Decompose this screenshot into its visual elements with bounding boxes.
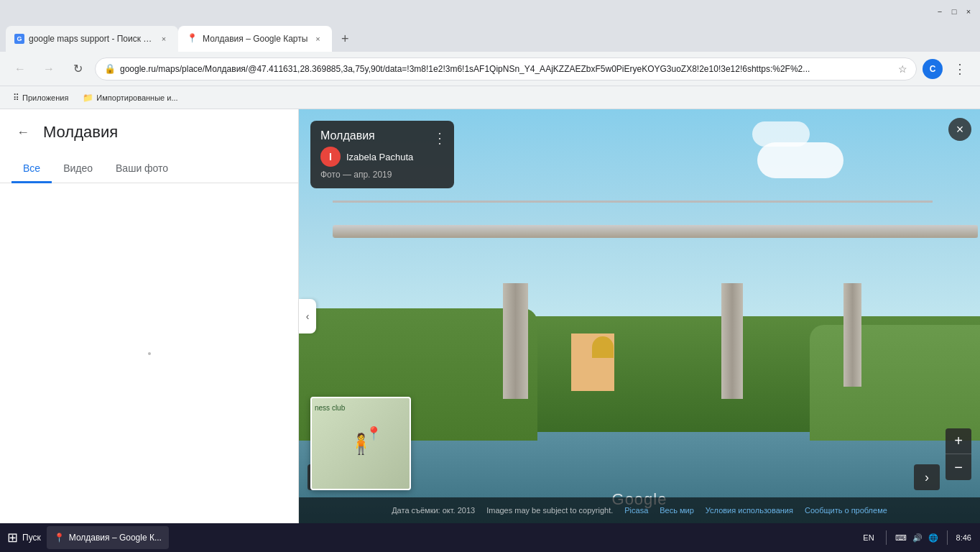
bridge-deck: [333, 225, 978, 239]
tab-title-2: Молдавия – Google Карты: [203, 34, 308, 44]
bridge-pillar-2: [721, 283, 743, 399]
browser-menu-button[interactable]: ⋮: [948, 58, 971, 80]
dome: [592, 336, 614, 358]
copyright-notice: Images may be subject to copyright.: [486, 506, 613, 515]
start-label: Пуск: [22, 533, 41, 543]
mini-map-figure-icon: 🧍: [348, 432, 374, 456]
mini-map-thumbnail[interactable]: ness club 📍 🧍: [310, 397, 411, 490]
world-label[interactable]: Весь мир: [660, 506, 694, 515]
tab-title-1: google maps support - Поиск в Goo...: [29, 34, 154, 44]
cloud-1: [757, 142, 843, 178]
close-photo-button[interactable]: ×: [948, 118, 971, 141]
profile-button[interactable]: C: [923, 59, 943, 79]
panel-tabs: Все Видео Ваши фото: [0, 155, 298, 183]
cloud-2: [752, 121, 810, 147]
photo-date: Фото — апр. 2019: [320, 170, 444, 180]
volume-icon: 🔊: [912, 533, 923, 543]
new-tab-button[interactable]: +: [335, 29, 355, 49]
network-icon: 🌐: [928, 533, 938, 543]
bookmark-apps-label: Приложения: [22, 93, 68, 102]
tab-close-1[interactable]: ×: [158, 33, 170, 45]
loading-dot: [148, 352, 151, 355]
photo-user-info: I Izabela Pachuta: [320, 147, 444, 167]
user-name: Izabela Pachuta: [346, 152, 413, 162]
title-bar: − □ ×: [0, 0, 980, 23]
panel-content: [0, 183, 298, 523]
photo-more-button[interactable]: ⋮: [433, 129, 447, 147]
bridge-pillar-1: [503, 283, 528, 399]
tab-all[interactable]: Все: [11, 155, 52, 183]
tab-close-2[interactable]: ×: [312, 33, 323, 45]
lock-icon: 🔒: [104, 63, 116, 74]
picasa-link[interactable]: Picasa: [624, 506, 648, 515]
panel-back-button[interactable]: ←: [11, 121, 34, 144]
zoom-controls: + −: [946, 428, 971, 480]
panel-header: ← Молдавия: [0, 109, 298, 155]
language-indicator: EN: [860, 533, 877, 542]
left-panel: ← Молдавия Все Видео Ваши фото: [0, 109, 299, 523]
tab-video[interactable]: Видео: [52, 155, 104, 183]
zoom-out-button[interactable]: −: [946, 454, 971, 480]
back-button[interactable]: ←: [9, 58, 32, 80]
taskbar-separator-2: [947, 530, 948, 545]
bridge-railing: [333, 201, 932, 226]
bookmark-imported-label: Импортированные и...: [96, 93, 177, 102]
taskbar-right: EN ⌨ 🔊 🌐 8:46: [860, 530, 977, 545]
minimize-button[interactable]: −: [934, 6, 946, 17]
bridge-pillar-3: [843, 283, 861, 387]
taskbar-clock: 8:46: [956, 533, 971, 542]
tab-favicon-2: 📍: [187, 33, 198, 45]
bookmark-imported[interactable]: 📁 Импортированные и...: [78, 91, 182, 104]
start-icon: ⊞: [7, 530, 18, 546]
taskbar-maps-icon: 📍: [54, 533, 65, 543]
expand-panel-button[interactable]: ‹: [299, 299, 316, 334]
main-content: ← Молдавия Все Видео Ваши фото ‹ Молдави…: [0, 109, 980, 523]
address-bar[interactable]: 🔒 google.ru/maps/place/Молдавия/@47.4116…: [95, 58, 917, 80]
apps-icon: ⠿: [13, 93, 19, 103]
close-window-button[interactable]: ×: [963, 6, 974, 17]
taskbar-separator-1: [886, 530, 887, 545]
keyboard-icon: ⌨: [895, 533, 907, 543]
tab-google-maps-support[interactable]: G google maps support - Поиск в Goo... ×: [6, 26, 178, 52]
taskbar-maps-label: Молдавия – Google К...: [69, 533, 162, 543]
tab-your-photos[interactable]: Ваши фото: [104, 155, 180, 183]
forward-button[interactable]: →: [37, 58, 60, 80]
terms-link[interactable]: Условия использования: [706, 506, 793, 515]
browser-chrome: − □ × G google maps support - Поиск в Go…: [0, 0, 980, 109]
nav-bar: ← → ↻ 🔒 google.ru/maps/place/Молдавия/@4…: [0, 52, 980, 86]
photo-info-card: Молдавия ⋮ I Izabela Pachuta Фото — апр.…: [310, 121, 454, 188]
photo-footer: Дата съёмки: окт. 2013 Images may be sub…: [299, 497, 980, 523]
taskbar-time-text: 8:46: [956, 533, 971, 542]
mini-map-label: ness club: [315, 404, 345, 412]
capture-date: Дата съёмки: окт. 2013: [392, 506, 475, 515]
trees-right: [810, 325, 980, 441]
taskbar-maps-item[interactable]: 📍 Молдавия – Google К...: [47, 526, 169, 549]
tab-moldavia-maps[interactable]: 📍 Молдавия – Google Карты ×: [178, 26, 332, 52]
report-link[interactable]: Сообщить о проблеме: [805, 506, 887, 515]
photo-place-title: Молдавия: [320, 129, 444, 142]
user-avatar: I: [320, 147, 341, 167]
folder-icon: 📁: [83, 93, 93, 103]
bookmark-apps[interactable]: ⠿ Приложения: [9, 91, 73, 104]
maximize-button[interactable]: □: [948, 6, 960, 17]
mini-map-content: ness club 📍 🧍: [312, 398, 410, 489]
panel-title: Молдавия: [43, 123, 118, 142]
taskbar: ⊞ Пуск 📍 Молдавия – Google К... EN ⌨ 🔊 🌐…: [0, 523, 980, 552]
bookmark-star-icon[interactable]: ☆: [898, 63, 907, 75]
tab-favicon-1: G: [14, 34, 24, 44]
tab-bar: G google maps support - Поиск в Goo... ×…: [0, 23, 980, 52]
address-text: google.ru/maps/place/Молдавия/@47.411631…: [120, 64, 894, 74]
reload-button[interactable]: ↻: [66, 58, 89, 80]
photo-nav-right-button[interactable]: ›: [914, 464, 940, 490]
photo-viewer: Молдавия ⋮ I Izabela Pachuta Фото — апр.…: [299, 109, 980, 523]
bookmarks-bar: ⠿ Приложения 📁 Импортированные и...: [0, 86, 980, 109]
zoom-in-button[interactable]: +: [946, 428, 971, 454]
start-button[interactable]: ⊞ Пуск: [3, 526, 45, 549]
